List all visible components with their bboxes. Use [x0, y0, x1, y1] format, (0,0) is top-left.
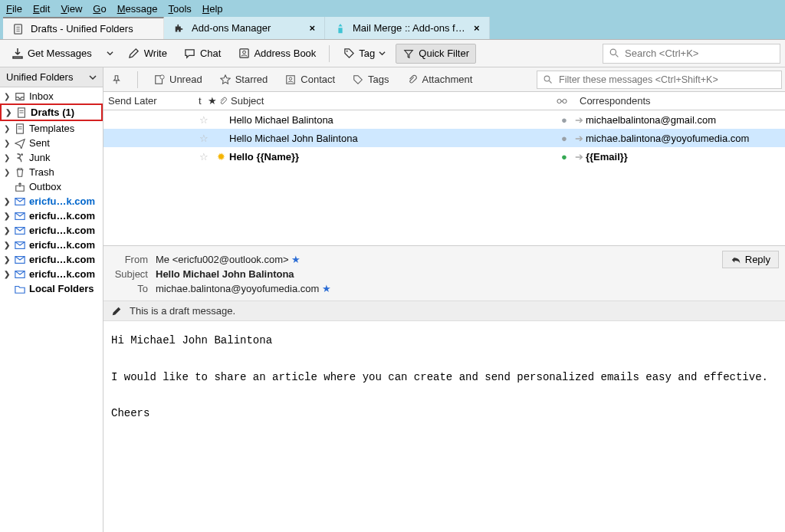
folder-item-0[interactable]: ❯Inbox: [0, 89, 103, 103]
forward-icon: ➔: [572, 114, 586, 126]
message-body: Hi Michael John Balintona I would like t…: [103, 321, 785, 434]
folder-item-7[interactable]: ❯ericfu…k.com: [0, 194, 103, 209]
message-subject: Hello Michael Balintona: [228, 114, 557, 126]
folder-item-9[interactable]: ❯ericfu…k.com: [0, 223, 103, 238]
folder-item-3[interactable]: ❯Sent: [0, 136, 103, 150]
menu-tools[interactable]: Tools: [168, 3, 191, 15]
message-subject: Hello {{Name}}: [228, 151, 557, 163]
contact-icon: [238, 48, 250, 60]
address-book-button[interactable]: Address Book: [231, 44, 323, 64]
menu-edit[interactable]: Edit: [33, 3, 50, 15]
chat-icon: [184, 48, 196, 60]
search-box[interactable]: [603, 44, 780, 64]
folder-item-8[interactable]: ❯ericfu…k.com: [0, 209, 103, 223]
unread-icon: [153, 74, 166, 86]
filter-input[interactable]: [559, 74, 777, 85]
col-attach[interactable]: [214, 97, 226, 106]
message-row[interactable]: ☆Hello Michael John Balintona●➔michae.ba…: [103, 129, 785, 147]
chevron-down-icon: [89, 74, 97, 81]
sent-icon: [14, 138, 26, 149]
filter-box[interactable]: [537, 71, 782, 89]
col-star[interactable]: ★: [203, 95, 214, 107]
tab-addons[interactable]: Add-ons Manager ×: [164, 17, 325, 39]
message-row[interactable]: ☆✹Hello {{Name}}●➔{{Email}}: [103, 147, 785, 166]
col-subject[interactable]: Subject: [226, 95, 552, 107]
message-correspondent: michae.balintona@yoyofumedia.com: [586, 133, 785, 144]
col-thread[interactable]: t: [194, 95, 203, 107]
star-icon: [219, 74, 232, 86]
filter-starred[interactable]: Starred: [215, 72, 273, 87]
label: Starred: [235, 74, 268, 85]
chevron-right-icon: ❯: [3, 153, 11, 162]
write-button[interactable]: Write: [121, 44, 174, 64]
reply-icon: [731, 255, 741, 265]
folder-label: Trash: [29, 166, 54, 178]
col-send-later[interactable]: Send Later: [103, 95, 194, 107]
pencil-icon: [111, 306, 122, 317]
tab-drafts[interactable]: Drafts - Unified Folders: [3, 17, 164, 39]
folder-label: Inbox: [29, 90, 54, 102]
folder-label: ericfu…k.com: [29, 210, 95, 222]
folder-item-10[interactable]: ❯ericfu…k.com: [0, 238, 103, 252]
close-icon[interactable]: ×: [309, 22, 315, 34]
folder-item-5[interactable]: ❯Trash: [0, 165, 103, 179]
tab-label: Drafts - Unified Folders: [31, 23, 133, 34]
tab-mailmerge[interactable]: Mail Merge :: Add-ons for Th ×: [325, 17, 490, 39]
sidebar-header[interactable]: Unified Folders: [0, 67, 103, 87]
get-messages-button[interactable]: Get Messages: [5, 44, 99, 64]
quick-filter-button[interactable]: Quick Filter: [396, 44, 476, 64]
to-label: To: [111, 283, 148, 294]
column-header-row: Send Later t ★ Subject Correspondents: [103, 92, 785, 110]
chat-button[interactable]: Chat: [177, 44, 228, 64]
col-read[interactable]: [552, 98, 575, 104]
star-icon[interactable]: ★: [322, 283, 331, 294]
search-input[interactable]: [625, 48, 775, 59]
doc-icon: [12, 23, 25, 35]
get-messages-dropdown[interactable]: [102, 46, 118, 61]
label: Write: [144, 48, 167, 59]
star-icon[interactable]: ☆: [194, 114, 214, 126]
draft-notice-text: This is a draft message.: [130, 305, 235, 317]
folder-item-1[interactable]: ❯Drafts (1): [0, 103, 103, 121]
tag-button[interactable]: Tag: [336, 44, 392, 64]
from-value: Me <ericfu002@outlook.com>: [156, 254, 289, 265]
forward-icon: ➔: [572, 151, 586, 163]
menu-file[interactable]: File: [6, 3, 22, 15]
menu-view[interactable]: View: [61, 3, 82, 15]
pin-button[interactable]: [107, 73, 126, 87]
filter-attachment[interactable]: Attachment: [402, 72, 478, 87]
star-icon[interactable]: ☆: [194, 133, 214, 144]
label: Contact: [301, 74, 335, 85]
folder-item-12[interactable]: ❯ericfu…k.com: [0, 267, 103, 281]
label: Tags: [368, 74, 389, 85]
message-row[interactable]: ☆Hello Michael Balintona●➔michaelbalinto…: [103, 110, 785, 129]
star-icon[interactable]: ★: [291, 254, 301, 265]
merge-icon: [334, 22, 347, 34]
menu-help[interactable]: Help: [202, 3, 223, 15]
folder-item-2[interactable]: ❯Templates: [0, 121, 103, 136]
filter-unread[interactable]: Unread: [149, 72, 207, 87]
folder-item-6[interactable]: Outbox: [0, 179, 103, 194]
col-correspondents[interactable]: Correspondents: [575, 95, 785, 107]
menu-go[interactable]: Go: [93, 3, 106, 15]
folder-item-13[interactable]: Local Folders: [0, 281, 103, 296]
message-correspondent: michaelbalintona@gmail.com: [586, 114, 785, 126]
filter-contact[interactable]: Contact: [280, 72, 340, 87]
star-icon[interactable]: ☆: [194, 151, 214, 163]
subject-value: Hello Michael John Balintona: [156, 268, 294, 280]
menu-message[interactable]: Message: [117, 3, 158, 15]
to-value: michae.balintona@yoyofumedia.com: [156, 283, 319, 294]
folder-item-4[interactable]: ❯Junk: [0, 150, 103, 165]
env-icon: [14, 240, 26, 251]
label: Tag: [359, 48, 375, 59]
close-icon[interactable]: ×: [474, 22, 480, 34]
svg-line-27: [550, 80, 552, 83]
filter-tags[interactable]: Tags: [347, 72, 393, 87]
svg-point-15: [21, 153, 23, 156]
folder-item-11[interactable]: ❯ericfu…k.com: [0, 252, 103, 267]
folder-label: ericfu…k.com: [29, 254, 95, 265]
message-preview-header: Reply FromMe <ericfu002@outlook.com> ★ S…: [103, 245, 785, 300]
doc-icon: [14, 123, 26, 134]
folder-label: ericfu…k.com: [29, 239, 95, 251]
reply-button[interactable]: Reply: [722, 251, 779, 268]
